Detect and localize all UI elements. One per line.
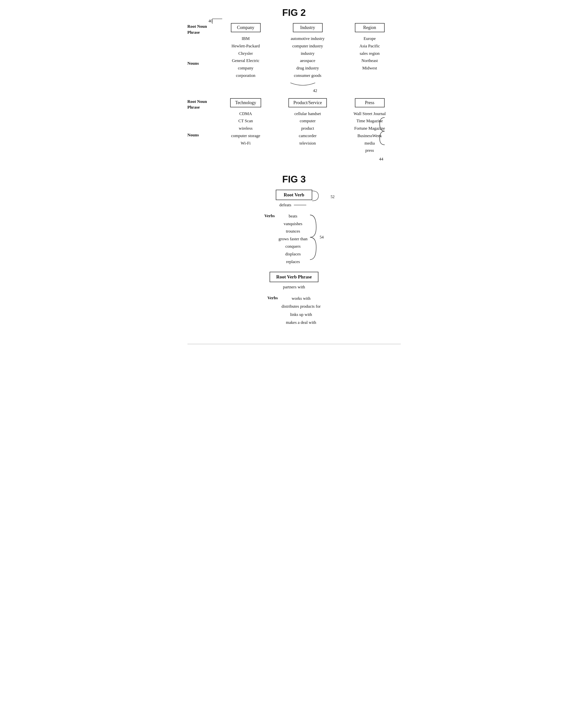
- col-industry: Industry: [277, 23, 339, 32]
- rnp-label-1: Root Noun Phrase: [188, 24, 212, 36]
- box-industry: Industry: [293, 23, 323, 32]
- brace-verbs-svg: [309, 213, 319, 262]
- defeats-row: defeats: [279, 202, 309, 208]
- verbs-section: Verbs beats vanquishes trounces grows fa…: [265, 213, 323, 265]
- ref52-label: 52: [331, 195, 335, 199]
- ref44-label: 44: [379, 157, 383, 162]
- nouns-label-2: Nouns: [188, 133, 199, 137]
- box-technology: Technology: [230, 98, 261, 107]
- nouns-industry: automotive industry computer industry in…: [277, 34, 339, 81]
- box-product-service: Product/Service: [289, 98, 327, 107]
- root-verb-phrase-section: Root Verb Phrase: [270, 272, 319, 282]
- box-press: Press: [355, 98, 385, 107]
- row2-nouns: CDMA CT Scan wireless computer storage W…: [215, 109, 401, 156]
- ref42-curve: [283, 82, 333, 89]
- ref44-area: 44: [215, 156, 401, 162]
- nouns-technology: CDMA CT Scan wireless computer storage W…: [215, 109, 277, 156]
- brace-44-area: [378, 116, 386, 146]
- root-verb-section: Root Verb 52: [276, 190, 312, 200]
- verbs-list: beats vanquishes trounces grows faster t…: [278, 213, 308, 265]
- ref52-brace: [311, 188, 331, 203]
- ref42-label: 42: [230, 88, 401, 93]
- fig3-title: FIG 3: [188, 174, 401, 185]
- nouns-company: IBM Hewlett-Packard Chrysler General Ele…: [215, 34, 277, 81]
- ref42-area: 42: [215, 82, 401, 93]
- verbs2-label: Verbs: [267, 296, 278, 300]
- col-region: Region: [339, 23, 401, 32]
- rnp-label-2: Root Noun Phrase: [188, 99, 212, 111]
- verbs2-section: Verbs works with distributes products fo…: [267, 295, 321, 326]
- verbs-label: Verbs: [265, 213, 275, 218]
- fig2-title: FIG 2: [188, 7, 401, 18]
- row2-boxes: Technology Product/Service Press: [215, 98, 401, 107]
- col-product-service: Product/Service: [277, 98, 339, 107]
- col-technology: Technology: [215, 98, 277, 107]
- box-root-verb: Root Verb: [276, 190, 312, 200]
- defeats-line: [294, 202, 309, 208]
- box-region: Region: [355, 23, 385, 32]
- nouns-label-1: Nouns: [188, 61, 199, 66]
- ref54-brace-area: 54: [309, 213, 323, 262]
- box-root-verb-phrase: Root Verb Phrase: [270, 272, 319, 282]
- row1-boxes: Company Industry Region: [215, 23, 401, 32]
- defeats-item: defeats: [279, 202, 291, 208]
- nouns-region: Europe Asia Pacific sales region Northea…: [339, 34, 401, 81]
- row1-nouns: IBM Hewlett-Packard Chrysler General Ele…: [215, 34, 401, 81]
- verbs2-list: works with distributes products for link…: [281, 295, 321, 326]
- root-verb-phrase-item: partners with: [283, 285, 305, 290]
- col-press: Press: [339, 98, 401, 107]
- brace-press-svg: [378, 116, 386, 146]
- col-company: Company: [215, 23, 277, 32]
- nouns-product: cellular handset computer product camcor…: [277, 109, 339, 156]
- nouns-press: Wall Street Journal Time Magazine Fortun…: [339, 109, 401, 156]
- ref54-label: 54: [320, 235, 323, 239]
- box-company: Company: [231, 23, 261, 32]
